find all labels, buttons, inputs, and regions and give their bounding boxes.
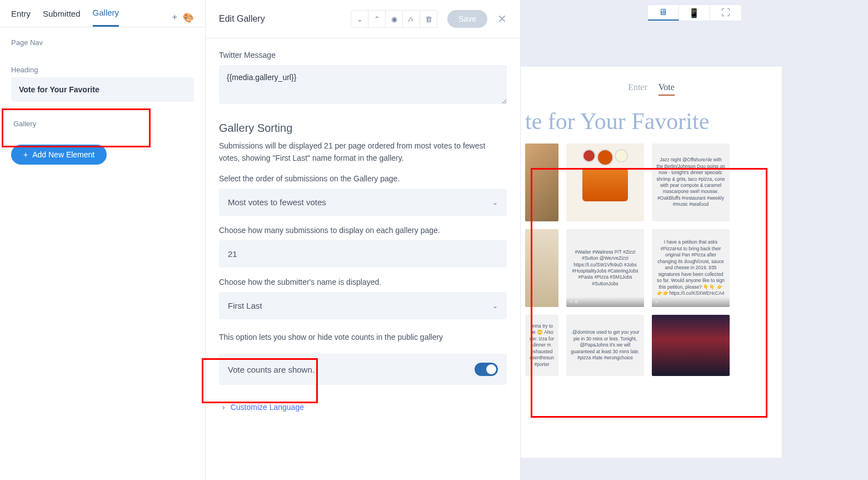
twitter-message-label: Twitter Message [219,51,507,60]
twitter-message-input[interactable]: {{media.gallery_url}} [219,65,507,104]
code-button[interactable]: ⁄› [402,10,420,28]
gallery-card[interactable] [525,143,558,221]
move-down-button[interactable]: ⌄ [351,10,368,28]
vote-count-toggle-row: Vote counts are shown. [219,354,507,385]
move-up-button[interactable]: ⌃ [368,10,386,28]
device-desktop[interactable]: 🖥 [648,5,679,21]
delete-button[interactable]: 🗑 [420,10,437,28]
builder-tabs: Entry Submitted Gallery + 🎨 [0,0,205,27]
plus-icon: + [23,150,28,159]
desktop-icon: 🖥 [659,7,667,17]
chevron-down-icon: ⌄ [492,302,498,310]
perpage-input[interactable] [219,240,507,268]
editor-panel: Edit Gallery ⌄ ⌃ ◉ ⁄› 🗑 Save ✕ Twitter M… [206,0,521,480]
name-format-select[interactable]: First Last ⌄ [219,292,507,319]
add-icon[interactable]: + [172,12,177,23]
preview-frame: Enter Vote te for Your Favorite Jazz nig… [521,67,782,458]
gallery-card[interactable]: I have a petition that asks #PizzaHut to… [652,229,730,307]
gallery-element[interactable]: Gallery [11,108,194,139]
save-button[interactable]: Save [447,10,487,28]
preview-tab-enter[interactable]: Enter [628,82,647,96]
chevron-down-icon: ⌄ [492,199,498,206]
vote-count-toggle[interactable] [475,363,498,376]
device-fullscreen[interactable]: ⛶ [710,5,741,21]
preview-area: 🖥 📱 ⛶ https://woobox.com/yzif5t Enter Vo… [521,0,868,480]
gallery-card[interactable]: Jazz night @OffshoreAle with the Berlin/… [652,143,730,221]
heading-element[interactable]: Vote for Your Favorite [11,77,194,102]
expand-icon: ⛶ [721,8,730,18]
name-format-label: Choose how the submitter's name is displ… [219,278,507,286]
device-mobile[interactable]: 📱 [679,5,710,21]
gallery-sorting-title: Gallery Sorting [219,122,507,135]
close-button[interactable]: ✕ [497,12,507,26]
chevron-down-icon: ⌄ [357,15,363,23]
customize-language-link[interactable]: › Customize Language [219,395,507,419]
left-sidebar: Entry Submitted Gallery + 🎨 Page Nav Hea… [0,0,206,480]
gallery-card[interactable]: .@dominos used to get you your pie in 30… [566,315,644,376]
page-nav-label: Page Nav [11,38,194,47]
editor-title: Edit Gallery [219,14,265,24]
check-icon: ✓ [655,299,659,305]
preview-heading: te for Your Favorite [521,108,782,135]
gallery-card[interactable]: #Waiter #Waitress P/T #Zizzi #Sutton @We… [566,229,644,307]
palette-icon[interactable]: 🎨 [183,12,194,23]
vote-count-desc: This option lets you show or hide vote c… [219,331,507,344]
check-icon: ✓ [570,299,573,305]
order-select[interactable]: Most votes to fewest votes ⌄ [219,189,507,216]
visibility-button[interactable]: ◉ [385,10,403,28]
gallery-card[interactable] [525,229,558,307]
tab-gallery[interactable]: Gallery [93,8,119,27]
mobile-icon: 📱 [689,8,700,18]
code-icon: ⁄› [410,15,413,23]
order-label: Select the order of submissions on the G… [219,174,507,183]
tab-submitted[interactable]: Submitted [43,9,81,26]
perpage-label: Choose how many submissions to display o… [219,226,507,235]
close-icon: ✕ [497,13,507,25]
chevron-up-icon: ⌃ [374,15,380,23]
gallery-card[interactable] [652,315,730,376]
preview-tab-vote[interactable]: Vote [659,82,675,96]
gallery-grid: Jazz night @OffshoreAle with the Berlin/… [521,143,782,376]
gallery-card[interactable] [566,143,644,221]
globe-icon: ◉ [391,15,397,23]
trash-icon: 🗑 [425,15,432,23]
device-switcher: 🖥 📱 ⛶ [647,4,742,21]
add-new-element-button[interactable]: + Add New Element [11,145,107,165]
gallery-sorting-desc: Submissions will be displayed 21 per pag… [219,140,507,164]
gallery-card[interactable]: onna try to be 🙄 Also me: izza for dinne… [525,315,558,376]
chevron-right-icon: › [222,403,225,412]
heading-label: Heading [11,66,194,74]
tab-entry[interactable]: Entry [11,9,31,26]
